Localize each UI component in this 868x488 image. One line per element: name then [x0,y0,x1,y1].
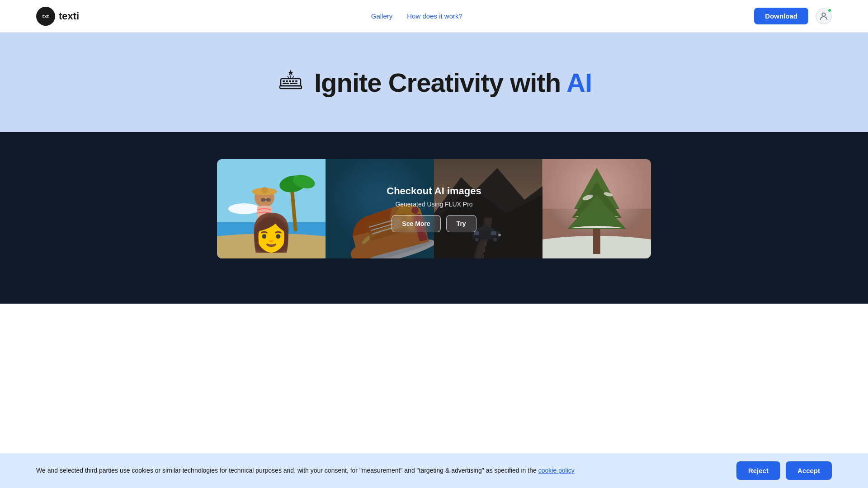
hero-title: Ignite Creativity with AI [314,67,592,98]
navbar: txt texti Gallery How does it work? Down… [0,0,868,33]
gallery-container: Checkout AI images Generated Using FLUX … [217,159,651,258]
gallery-card-tree [542,159,651,258]
nav-links: Gallery How does it work? [371,12,462,20]
creativity-icon [276,66,305,95]
svg-rect-2 [281,79,301,86]
nav-link-gallery[interactable]: Gallery [371,12,393,20]
svg-rect-9 [290,83,297,84]
svg-rect-6 [292,80,294,82]
svg-rect-24 [266,198,271,202]
svg-rect-7 [295,80,297,82]
svg-line-12 [292,76,294,78]
overlay-buttons: See More Try [392,215,476,232]
logo-link[interactable]: txt texti [36,7,79,26]
tree-image [542,159,651,258]
nav-link-how-it-works[interactable]: How does it work? [407,12,462,20]
gallery-section: Checkout AI images Generated Using FLUX … [0,132,868,304]
try-button[interactable]: Try [446,215,476,232]
user-icon [819,11,829,21]
svg-rect-22 [261,187,268,193]
hero-content: Ignite Creativity with AI [276,66,592,99]
lower-section [0,304,868,358]
svg-point-15 [217,234,326,258]
overlay-title: Checkout AI images [387,185,481,197]
logo-text: texti [59,10,79,22]
svg-point-19 [228,203,260,214]
overlay-subtitle: Generated Using FLUX Pro [395,201,472,208]
svg-rect-8 [283,83,289,84]
svg-rect-23 [261,198,265,202]
logo-icon: txt [36,7,55,26]
svg-rect-3 [283,80,285,82]
user-avatar-button[interactable] [816,8,832,24]
hero-icon [276,66,305,99]
beach-image [217,159,326,258]
gallery-card-beach [217,159,326,258]
online-indicator [827,8,832,13]
svg-line-10 [288,76,289,78]
svg-rect-61 [542,159,651,258]
svg-rect-4 [286,80,288,82]
svg-point-0 [822,13,825,16]
see-more-button[interactable]: See More [392,215,440,232]
svg-rect-5 [289,80,291,82]
hero-section: Ignite Creativity with AI [0,33,868,132]
download-button[interactable]: Download [754,8,808,24]
nav-actions: Download [754,8,832,24]
ai-images-overlay: Checkout AI images Generated Using FLUX … [326,159,542,258]
